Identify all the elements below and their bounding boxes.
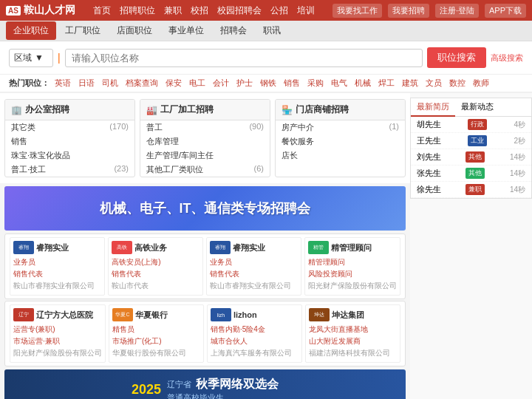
hot-job-5[interactable]: 电工: [189, 78, 205, 89]
job-card-b1-job1[interactable]: 市场推广(化工): [112, 335, 200, 347]
job-cards-top: 睿翔 睿翔实业 业务员 销售代表 鞍山市睿翔实业有限公司 高铁 高铁业务 高铁安…: [4, 233, 406, 299]
hot-job-9[interactable]: 销售: [284, 78, 300, 89]
find-job-link[interactable]: 我要找工作: [332, 4, 382, 18]
job-card-3-job0[interactable]: 精管理顾问: [308, 256, 397, 268]
job-card-3-job1[interactable]: 风险投资顾问: [308, 268, 397, 280]
job-card-0-job1[interactable]: 销售代表: [13, 268, 101, 280]
store-item-0-link[interactable]: 房产中介: [282, 122, 314, 133]
search-input[interactable]: [65, 49, 423, 67]
job-cards-bottom: 辽宁 辽宁方大总医院 运营专(兼职) 市场运营·兼职 阳光财产保险股份有限公司 …: [4, 301, 406, 366]
job-card-1-job1[interactable]: 销售代表: [112, 268, 200, 280]
job-card-3-company: 阳光财产保险股份有限公司: [308, 280, 397, 292]
job-card-b0-job0[interactable]: 运营专(兼职): [13, 324, 102, 335]
resume-section: 最新简历 最新动态 胡先生 行政 4秒 王先生 工业 2秒 刘先生 其他 14秒…: [410, 98, 532, 199]
main-content: 🏢 办公室招聘 其它类 (170) 销售 珠宝·珠宝化妆品 普工·技工 (23): [0, 93, 532, 399]
nav-parttime[interactable]: 兼职: [164, 4, 182, 17]
nav-jobs[interactable]: 招聘职位: [120, 4, 155, 17]
advanced-search-link[interactable]: 高级搜索: [491, 52, 523, 64]
subnav-factory[interactable]: 工厂职位: [58, 21, 108, 40]
subnav-enterprise[interactable]: 企业职位: [6, 21, 56, 40]
subnav-fair[interactable]: 招聘会: [213, 21, 254, 40]
job-card-b0-logo: 辽宁: [13, 308, 34, 321]
job-card-0-company: 鞍山市睿翔实业有限公司: [13, 280, 101, 292]
job-card-2-job1[interactable]: 销售代表: [210, 268, 298, 280]
hot-job-13[interactable]: 焊工: [378, 78, 395, 89]
recruit-link[interactable]: 我要招聘: [388, 4, 429, 18]
job-card-b1: 华夏C 华夏银行 精售员 市场推广(化工) 华夏银行股份有限公司: [109, 304, 204, 363]
store-title: 门店商铺招聘: [296, 103, 349, 116]
hot-job-3[interactable]: 档案查询: [126, 78, 158, 89]
subnav-store[interactable]: 店面职位: [109, 21, 160, 40]
hot-job-7[interactable]: 护士: [236, 78, 253, 89]
store-item-2-link[interactable]: 店长: [282, 150, 298, 161]
job-card-2-job0[interactable]: 业务员: [210, 256, 298, 268]
hot-jobs-bar: 热门职位： 英语 日语 司机 档案查询 保安 电工 会计 护士 钢铁 销售 采购…: [0, 75, 532, 93]
hot-job-11[interactable]: 电气: [331, 78, 347, 89]
hot-job-0[interactable]: 英语: [55, 78, 71, 89]
hot-job-2[interactable]: 司机: [102, 78, 118, 89]
office-item-0-link[interactable]: 其它类: [11, 122, 35, 133]
nav-training[interactable]: 培训: [297, 4, 315, 17]
job-card-b2-job0[interactable]: 销售内勤·5险4金: [211, 324, 299, 335]
job-card-1-job0[interactable]: 高铁安员(上海): [112, 256, 200, 268]
search-button[interactable]: 职位搜索: [427, 47, 486, 68]
job-card-b3-job0[interactable]: 龙凤大街直播基地: [309, 324, 397, 335]
subnav-news[interactable]: 职讯: [256, 21, 288, 40]
hot-job-14[interactable]: 建筑: [402, 78, 418, 89]
job-card-b3: 坤达 坤达集团 龙凤大街直播基地 山大附近发展商 福建洁网络科技有限公司: [305, 304, 400, 363]
factory-item-3-link[interactable]: 其他工厂类职位: [146, 164, 203, 175]
job-card-b2-company: 上海真汽车服务有限公司: [211, 347, 299, 359]
factory-title: 工厂加工招聘: [160, 103, 214, 116]
job-card-1-logo: 高铁: [112, 241, 132, 254]
hot-job-8[interactable]: 钢铁: [260, 78, 276, 89]
hot-job-16[interactable]: 数控: [449, 78, 466, 89]
resume-item-1: 王先生 工业 2秒: [411, 133, 531, 149]
nav-public[interactable]: 公招: [270, 4, 288, 17]
app-download-link[interactable]: APP下载: [485, 4, 526, 18]
hot-job-17[interactable]: 教师: [473, 78, 489, 89]
hot-job-15[interactable]: 文员: [426, 78, 442, 89]
office-item-3-link[interactable]: 普工·技工: [11, 164, 46, 175]
job-card-3: 精管 精管理顾问 精管理顾问 风险投资顾问 阳光财产保险股份有限公司: [304, 237, 400, 296]
nav-campus[interactable]: 校招: [191, 4, 208, 17]
office-item-2-link[interactable]: 珠宝·珠宝化妆品: [11, 150, 70, 161]
recruitment-fair-banner[interactable]: 机械、电子、IT、通信类专场招聘会: [4, 186, 406, 231]
job-card-0-job0[interactable]: 业务员: [13, 256, 101, 268]
hot-job-1[interactable]: 日语: [78, 78, 95, 89]
sidebar-tab-news[interactable]: 最新动态: [455, 98, 499, 116]
hot-job-4[interactable]: 保安: [166, 78, 182, 89]
job-card-b0-job1[interactable]: 市场运营·兼职: [13, 335, 102, 347]
job-card-b3-header: 坤达 坤达集团: [309, 308, 397, 321]
factory-item-2-link[interactable]: 生产管理/车间主任: [146, 150, 214, 161]
office-item-3-count: (23): [114, 164, 129, 175]
sidebar-tab-resume[interactable]: 最新简历: [411, 98, 455, 117]
office-item-1-link[interactable]: 销售: [11, 136, 27, 147]
resume-badge-3: 其他: [466, 168, 485, 179]
job-card-b0-company: 阳光财产保险股份有限公司: [13, 347, 102, 359]
nav-campus-fair[interactable]: 校园招聘会: [217, 4, 262, 17]
store-category-header: 🏪 门店商铺招聘: [276, 100, 405, 120]
register-link[interactable]: 注册·登陆: [435, 4, 479, 18]
logo-icon: AS: [6, 6, 21, 16]
hot-job-12[interactable]: 机械: [355, 78, 371, 89]
job-card-b1-job0[interactable]: 精售员: [112, 324, 200, 335]
factory-item-1-link[interactable]: 仓库管理: [146, 136, 179, 147]
job-card-b3-job1[interactable]: 山大附近发展商: [309, 335, 397, 347]
hot-job-6[interactable]: 会计: [213, 78, 229, 89]
factory-item-0-link[interactable]: 普工: [146, 122, 163, 133]
banner-year: 2025: [132, 382, 161, 398]
job-card-b2-job1[interactable]: 城市合伙人: [211, 335, 299, 347]
resume-item-3: 张先生 其他 14秒: [411, 166, 531, 182]
header: AS 鞍山人才网 首页 招聘职位 兼职 校招 校园招聘会 公招 培训 我要找工作…: [0, 0, 532, 21]
subnav-institution[interactable]: 事业单位: [161, 21, 211, 40]
double-select-banner[interactable]: 2025 辽宁省 秋季网络双选会 普通高校毕业生: [4, 369, 406, 399]
resume-item-4: 徐先生 兼职 14秒: [411, 182, 531, 198]
store-item-1-link[interactable]: 餐饮服务: [282, 136, 314, 147]
job-card-0-logo: 睿翔: [13, 241, 34, 254]
job-card-2-title: 睿翔实业: [233, 242, 265, 253]
search-region-selector[interactable]: 区域 ▼: [9, 49, 53, 67]
job-card-1: 高铁 高铁业务 高铁安员(上海) 销售代表 鞍山市代表: [108, 237, 203, 296]
nav-home[interactable]: 首页: [93, 4, 111, 17]
job-card-0-title: 睿翔实业: [36, 242, 69, 253]
hot-job-10[interactable]: 采购: [307, 78, 324, 89]
